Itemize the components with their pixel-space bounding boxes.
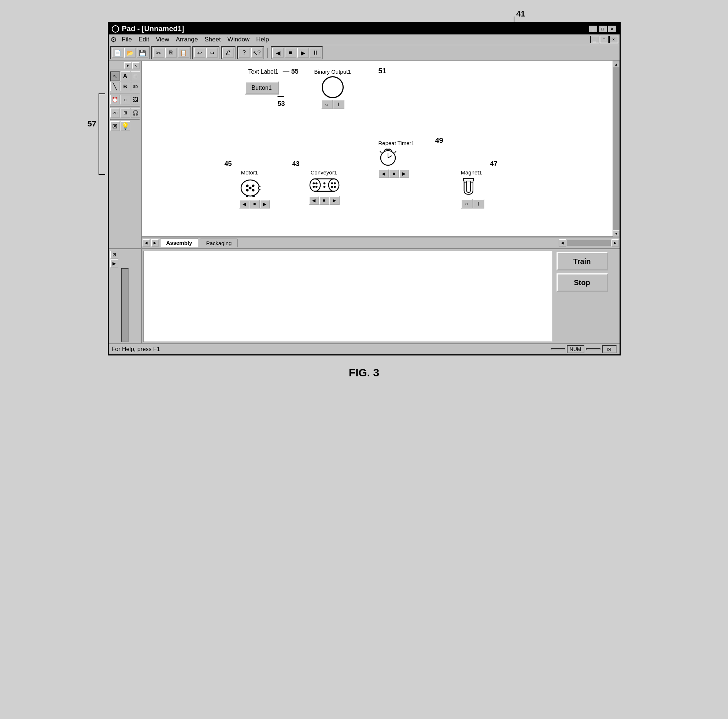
print-button[interactable]: 🖨 bbox=[222, 47, 234, 58]
conveyor1-controls[interactable]: ◀ ■ ▶ bbox=[309, 196, 340, 205]
magnet1-on-button[interactable]: I bbox=[473, 199, 484, 208]
menu-window[interactable]: Window bbox=[225, 35, 252, 44]
toolbox-close[interactable]: × bbox=[132, 62, 139, 69]
stop-button[interactable]: Stop bbox=[557, 273, 608, 292]
timer-play-button[interactable]: ▶ bbox=[399, 169, 409, 178]
magnet1-area: 47 Magnet1 bbox=[461, 169, 484, 208]
cut-button[interactable]: ✂ bbox=[153, 47, 165, 58]
redo-button[interactable]: ↪ bbox=[206, 47, 218, 58]
menu-help[interactable]: Help bbox=[253, 35, 272, 44]
tool-diagonal[interactable]: ⊠ bbox=[110, 121, 120, 131]
tab-packaging[interactable]: Packaging bbox=[200, 239, 238, 247]
undo-button[interactable]: ↩ bbox=[194, 47, 205, 58]
tool-input[interactable]: ab bbox=[131, 82, 140, 91]
ref-43: 43 bbox=[292, 160, 300, 168]
context-help-button[interactable]: ↖? bbox=[251, 47, 263, 58]
bottom-close-button[interactable]: ⊠ bbox=[110, 251, 118, 259]
tool-timer[interactable]: ⏰ bbox=[110, 95, 120, 104]
ref-41: 41 bbox=[516, 9, 525, 19]
motor-icon bbox=[239, 177, 261, 197]
magnet1-off-button[interactable]: ○ bbox=[461, 199, 473, 208]
canvas-area[interactable]: Text Label1 — 55 Button1 — 53 Binary Out… bbox=[142, 61, 613, 237]
menu-bar-controls[interactable]: _ □ × bbox=[590, 36, 618, 43]
motor1-back-button[interactable]: ◀ bbox=[239, 200, 249, 208]
toolbox-dropdown[interactable]: ▼ bbox=[124, 62, 132, 69]
motor1-play-button[interactable]: ▶ bbox=[260, 200, 270, 208]
help-button[interactable]: ? bbox=[239, 47, 250, 58]
tool-image[interactable]: 🖼 bbox=[131, 95, 140, 104]
conveyor1-stop-button[interactable]: ■ bbox=[319, 196, 329, 205]
scroll-down-button[interactable]: ▼ bbox=[613, 230, 619, 237]
bottom-play-button[interactable]: ▶ bbox=[110, 260, 118, 268]
tool-line[interactable]: ╲ bbox=[110, 82, 120, 91]
tool-headset[interactable]: 🎧 bbox=[131, 108, 140, 118]
conveyor1-back-button[interactable]: ◀ bbox=[309, 196, 319, 205]
ref-55: — 55 bbox=[283, 68, 298, 75]
tool-arrow[interactable]: ↗□ bbox=[110, 108, 120, 118]
tool-table[interactable]: ⊞ bbox=[121, 108, 130, 118]
save-button[interactable]: 💾 bbox=[137, 47, 148, 58]
svg-point-11 bbox=[246, 189, 248, 192]
motor1-stop-button[interactable]: ■ bbox=[249, 200, 260, 208]
tab-assembly[interactable]: Assembly bbox=[160, 238, 199, 247]
tab-scroll-right[interactable]: ▶ bbox=[612, 239, 619, 246]
tab-nav-right[interactable]: ▶ bbox=[151, 239, 159, 246]
binary-output-strip[interactable]: ○ I bbox=[321, 100, 344, 109]
toolbar-group-undo: ↩ ↪ bbox=[192, 46, 219, 60]
menu-maximize[interactable]: □ bbox=[600, 36, 609, 43]
back-button[interactable]: ◀ bbox=[272, 47, 284, 58]
menu-sheet[interactable]: Sheet bbox=[202, 35, 223, 44]
content-area: ▼ × ↖ A □ ╲ B ab ⏰ ○ 🖼 bbox=[109, 61, 619, 248]
tool-cursor[interactable]: ↖ bbox=[110, 72, 120, 81]
open-button[interactable]: 📂 bbox=[124, 47, 136, 58]
menu-close[interactable]: × bbox=[609, 36, 618, 43]
tool-rectangle[interactable]: □ bbox=[131, 72, 140, 81]
train-button[interactable]: Train bbox=[557, 252, 608, 271]
binary-off-button[interactable]: ○ bbox=[321, 100, 333, 109]
menu-edit[interactable]: Edit bbox=[136, 35, 152, 44]
new-button[interactable]: 📄 bbox=[112, 47, 124, 58]
pause-button[interactable]: ⏸ bbox=[310, 47, 321, 58]
play-button[interactable]: ▶ bbox=[297, 47, 309, 58]
title-bar-controls[interactable]: _ □ × bbox=[589, 25, 616, 33]
motor1-area: 45 Motor1 bbox=[239, 169, 270, 208]
tool-light[interactable]: 💡 bbox=[121, 121, 130, 131]
ref-41-line bbox=[514, 17, 514, 28]
tool-text[interactable]: A bbox=[121, 72, 130, 81]
timer-controls[interactable]: ◀ ■ ▶ bbox=[378, 169, 414, 178]
toolbar-group-edit: ✂ ⎘ 📋 bbox=[151, 46, 191, 60]
maximize-button[interactable]: □ bbox=[598, 25, 607, 33]
menu-arrange[interactable]: Arrange bbox=[173, 35, 201, 44]
toolbar-group-help: ? ↖? bbox=[237, 46, 264, 60]
svg-point-21 bbox=[315, 182, 317, 184]
timer-stop-button[interactable]: ■ bbox=[389, 169, 399, 178]
minimize-button[interactable]: _ bbox=[589, 25, 598, 33]
scrollbar-track[interactable] bbox=[613, 67, 619, 230]
tool-circle[interactable]: ○ bbox=[121, 95, 130, 104]
menu-minimize[interactable]: _ bbox=[590, 36, 599, 43]
button1-widget[interactable]: Button1 bbox=[245, 81, 279, 95]
toolbox-divider-1 bbox=[110, 93, 139, 93]
close-button[interactable]: × bbox=[608, 25, 616, 33]
binary-on-button[interactable]: I bbox=[333, 100, 344, 109]
tool-bold-text[interactable]: B bbox=[121, 82, 130, 91]
stop-playback-button[interactable]: ■ bbox=[284, 47, 297, 58]
svg-point-29 bbox=[334, 186, 336, 188]
svg-line-5 bbox=[395, 151, 396, 153]
timer-back-button[interactable]: ◀ bbox=[378, 169, 389, 178]
motor1-controls[interactable]: ◀ ■ ▶ bbox=[239, 200, 270, 208]
bottom-slider[interactable] bbox=[121, 268, 128, 342]
tab-nav-left[interactable]: ◀ bbox=[142, 239, 150, 246]
paste-button[interactable]: 📋 bbox=[178, 47, 190, 58]
toolbox-grid-2: ⏰ ○ 🖼 bbox=[110, 95, 139, 104]
svg-rect-14 bbox=[246, 195, 248, 197]
bottom-panel: ⊠ ▶ Train Stop bbox=[109, 248, 619, 343]
menu-file[interactable]: File bbox=[119, 35, 135, 44]
magnet1-strip[interactable]: ○ I bbox=[461, 199, 484, 208]
scroll-up-button[interactable]: ▲ bbox=[613, 61, 619, 67]
menu-view[interactable]: View bbox=[153, 35, 172, 44]
copy-button[interactable]: ⎘ bbox=[165, 47, 177, 58]
conveyor1-play-button[interactable]: ▶ bbox=[329, 196, 340, 205]
tab-scroll-left[interactable]: ◀ bbox=[559, 239, 566, 246]
tab-scrollbar-track[interactable] bbox=[567, 240, 611, 246]
